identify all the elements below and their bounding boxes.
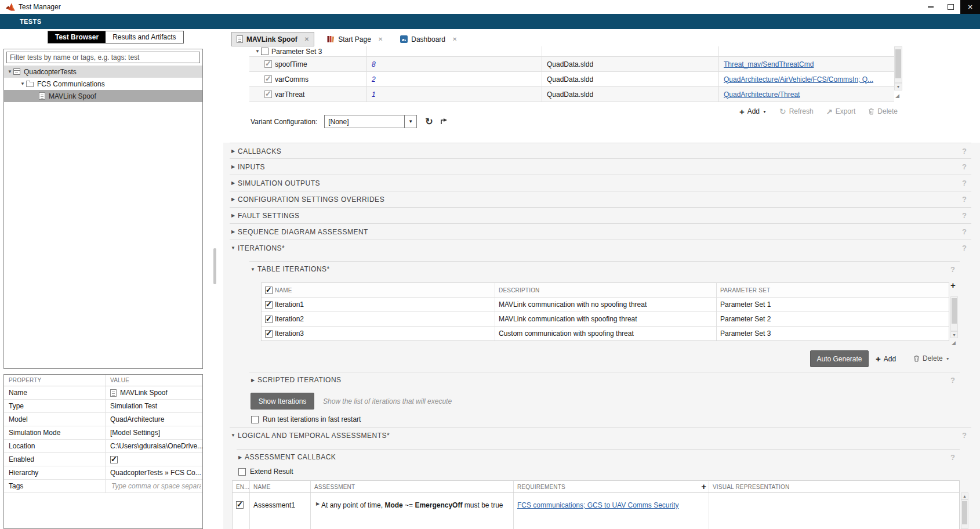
delete-iteration-button[interactable]: Delete ▼ bbox=[913, 354, 950, 363]
section-configuration-settings-overrides[interactable]: CONFIGURATION SETTINGS OVERRIDES bbox=[230, 191, 971, 207]
iteration-row[interactable]: Iteration3 Custom communication with spo… bbox=[262, 327, 949, 340]
auto-generate-button[interactable]: Auto Generate bbox=[810, 350, 869, 367]
tab-mavlink-spoof[interactable]: MAVLink Spoof bbox=[231, 32, 314, 46]
help-icon[interactable] bbox=[962, 227, 967, 236]
enabled-checkbox[interactable] bbox=[110, 456, 118, 463]
close-icon[interactable] bbox=[452, 36, 457, 42]
tree-item-fcs-communications[interactable]: FCS Communications bbox=[4, 78, 202, 90]
tab-start-page[interactable]: Start Page bbox=[322, 32, 387, 46]
tab-tests[interactable]: TESTS bbox=[20, 18, 41, 25]
parameter-usage-link[interactable]: Threat_mav/SendThreatCmd bbox=[724, 60, 814, 68]
subsection-scripted-iterations[interactable]: SCRIPTED ITERATIONS bbox=[249, 372, 960, 387]
extend-result-checkbox[interactable] bbox=[238, 468, 246, 476]
tab-dashboard[interactable]: Dashboard bbox=[395, 32, 462, 46]
section-simulation-outputs[interactable]: SIMULATION OUTPUTS bbox=[230, 175, 971, 191]
minimize-button[interactable] bbox=[921, 0, 941, 14]
section-callbacks[interactable]: CALLBACKS bbox=[230, 143, 971, 159]
parameter-value[interactable]: 8 bbox=[372, 60, 376, 68]
tree-item-quadcoptertests[interactable]: QuadcopterTests bbox=[4, 66, 202, 78]
goto-variant-icon[interactable] bbox=[440, 118, 448, 125]
section-fault-settings[interactable]: FAULT SETTINGS bbox=[230, 207, 971, 223]
tab-test-browser[interactable]: Test Browser bbox=[48, 31, 106, 43]
chevron-down-icon[interactable]: ▼ bbox=[404, 115, 416, 128]
parameter-row[interactable]: spoofTime 8 QuadData.sldd Threat_mav/Sen… bbox=[249, 57, 894, 72]
section-iterations[interactable]: ITERATIONS* bbox=[230, 240, 971, 256]
panel-splitter-handle[interactable] bbox=[213, 248, 216, 284]
help-icon[interactable] bbox=[962, 179, 967, 187]
tags-input[interactable] bbox=[110, 481, 202, 491]
section-logical-temporal-assessments[interactable]: LOGICAL AND TEMPORAL ASSESSMENTS* bbox=[230, 427, 971, 443]
help-icon[interactable] bbox=[962, 431, 967, 440]
chevron-down-icon[interactable] bbox=[6, 69, 13, 74]
tree-item-mavlink-spoof[interactable]: MAVLink Spoof bbox=[4, 90, 202, 102]
help-icon[interactable] bbox=[950, 453, 955, 462]
requirement-link[interactable]: FCS communications; GCS to UAV Comms Sec… bbox=[517, 501, 679, 509]
help-icon[interactable] bbox=[950, 376, 955, 385]
assessment-row[interactable]: Assessment1 At any point of time, Mode ~… bbox=[233, 493, 959, 529]
iterations-table-scrollbar[interactable] bbox=[950, 296, 958, 331]
property-label: Simulation Mode bbox=[9, 429, 60, 437]
scroll-down-arrow[interactable]: ▼ bbox=[950, 331, 958, 338]
table-resize-grip[interactable] bbox=[895, 93, 899, 99]
chevron-down-icon[interactable] bbox=[19, 81, 26, 86]
extend-result-option[interactable]: Extend Result bbox=[238, 468, 293, 476]
iteration-row[interactable]: Iteration1 MAVLink communication with no… bbox=[262, 298, 949, 312]
assessments-scrollbar[interactable] bbox=[961, 499, 968, 529]
show-iterations-button[interactable]: Show Iterations bbox=[251, 393, 314, 410]
scrollbar-thumb[interactable] bbox=[962, 501, 967, 524]
scrollbar-thumb[interactable] bbox=[952, 298, 957, 324]
parameter-name: spoofTime bbox=[275, 60, 307, 68]
subsection-assessment-callback[interactable]: ASSESSMENT CALLBACK bbox=[237, 449, 960, 465]
add-iteration-column-icon[interactable]: + bbox=[950, 281, 956, 289]
scrollbar-thumb[interactable] bbox=[895, 49, 901, 78]
help-icon[interactable] bbox=[962, 162, 967, 171]
refresh-variants-icon[interactable] bbox=[425, 116, 433, 127]
maximize-button[interactable] bbox=[941, 0, 960, 14]
help-icon[interactable] bbox=[962, 211, 967, 220]
add-parameter-button[interactable]: + Add ▼ bbox=[739, 107, 767, 116]
table-resize-grip[interactable] bbox=[952, 340, 956, 346]
parameter-group-row[interactable]: Parameter Set 3 bbox=[249, 46, 894, 57]
close-button[interactable] bbox=[960, 0, 980, 14]
section-sequence-diagram-assessment[interactable]: SEQUENCE DIAGRAM ASSESSMENT bbox=[230, 223, 971, 240]
fast-restart-checkbox[interactable] bbox=[251, 416, 259, 423]
iteration-checkbox[interactable] bbox=[265, 301, 273, 309]
parameter-value[interactable]: 1 bbox=[372, 90, 376, 99]
parameter-row[interactable]: varComms 2 QuadData.sldd QuadArchitectur… bbox=[249, 72, 894, 87]
iteration-row[interactable]: Iteration2 MAVLink communication with sp… bbox=[262, 312, 949, 327]
help-icon[interactable] bbox=[962, 195, 967, 204]
filter-tests-input[interactable] bbox=[6, 52, 200, 63]
select-all-checkbox[interactable] bbox=[265, 287, 273, 294]
help-icon[interactable] bbox=[962, 147, 967, 155]
tab-results-and-artifacts[interactable]: Results and Artifacts bbox=[106, 31, 183, 43]
delete-button[interactable]: Delete bbox=[868, 107, 898, 115]
subsection-table-iterations[interactable]: TABLE ITERATIONS* bbox=[249, 261, 960, 277]
scroll-down-arrow[interactable]: ▼ bbox=[894, 83, 902, 90]
parameter-row[interactable]: varThreat 1 QuadData.sldd QuadArchitectu… bbox=[249, 87, 894, 102]
add-iteration-button[interactable]: + Add bbox=[876, 354, 896, 363]
fast-restart-option[interactable]: Run test iterations in fast restart bbox=[251, 415, 361, 423]
parameter-value[interactable]: 2 bbox=[372, 75, 376, 84]
add-assessment-icon[interactable]: + bbox=[701, 482, 706, 491]
parameter-checkbox[interactable] bbox=[264, 90, 272, 98]
parameter-table-scrollbar[interactable] bbox=[894, 46, 902, 83]
help-icon[interactable] bbox=[950, 265, 955, 274]
help-icon[interactable] bbox=[962, 244, 967, 252]
iteration-checkbox[interactable] bbox=[265, 330, 273, 338]
parameter-usage-link[interactable]: QuadArchitecture/Threat bbox=[724, 90, 800, 99]
scroll-up-arrow[interactable]: ▲ bbox=[961, 492, 968, 499]
parameter-checkbox[interactable] bbox=[264, 60, 272, 68]
refresh-button[interactable]: Refresh bbox=[779, 107, 814, 116]
variant-configuration-dropdown[interactable]: [None] ▼ bbox=[324, 115, 417, 128]
chevron-down-icon[interactable] bbox=[254, 49, 261, 54]
assessment-checkbox[interactable] bbox=[236, 501, 244, 509]
section-inputs[interactable]: INPUTS bbox=[230, 158, 971, 175]
parameter-checkbox[interactable] bbox=[264, 75, 272, 83]
close-icon[interactable] bbox=[304, 36, 309, 42]
chevron-right-icon[interactable] bbox=[314, 501, 321, 506]
parameter-set-checkbox[interactable] bbox=[261, 48, 268, 55]
close-icon[interactable] bbox=[378, 36, 383, 42]
export-button[interactable]: Export bbox=[826, 107, 856, 116]
iteration-checkbox[interactable] bbox=[265, 316, 273, 323]
parameter-usage-link[interactable]: QuadArchitecture/AirVehicle/FCS/CommsIn;… bbox=[724, 75, 873, 84]
